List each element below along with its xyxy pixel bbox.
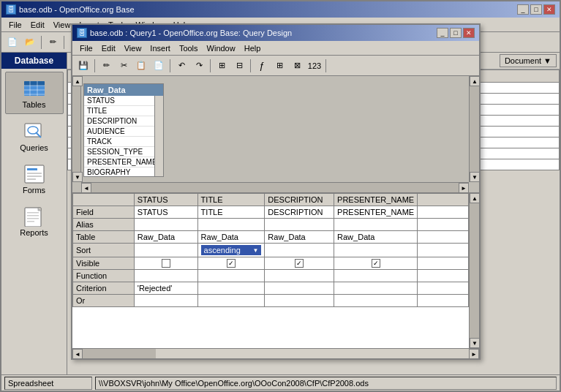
sort-dropdown[interactable]: ascending ▼ (201, 245, 262, 255)
field-title[interactable]: TITLE (84, 106, 163, 116)
sort-dropdown-arrow[interactable]: ▼ (252, 247, 258, 254)
child-menu-insert[interactable]: Insert (146, 42, 175, 54)
open-button[interactable]: 📂 (22, 34, 38, 50)
child-save-btn[interactable]: 💾 (75, 58, 91, 74)
scroll-left-btn[interactable]: ◄ (81, 183, 91, 193)
qcell-sort-desc[interactable] (265, 244, 334, 257)
qcell-or-title[interactable] (197, 295, 265, 307)
child-menu-tools[interactable]: Tools (175, 42, 203, 54)
checkbox-title[interactable] (227, 259, 236, 268)
qcell-or-status[interactable] (134, 295, 197, 307)
child-cut-btn[interactable]: ✂ (116, 58, 132, 74)
qcell-sort-title[interactable]: ascending ▼ (197, 244, 265, 257)
qcell-function-desc[interactable] (265, 270, 334, 282)
child-copy-btn[interactable]: 📋 (133, 58, 149, 74)
child-sort-btn[interactable]: 123 (306, 58, 323, 74)
query-scroll-down[interactable]: ▼ (470, 338, 479, 348)
checkbox-status[interactable] (162, 259, 170, 268)
query-scroll-right[interactable]: ► (469, 349, 479, 358)
qcell-or-desc[interactable] (265, 295, 334, 307)
sidebar-item-forms[interactable]: Forms (5, 158, 64, 199)
minimize-button[interactable]: _ (517, 4, 529, 15)
qcell-or-empty[interactable] (418, 295, 469, 307)
child-close-button[interactable]: ✕ (463, 28, 475, 38)
query-scroll-up[interactable]: ▲ (470, 193, 479, 203)
qcell-sort-presenter[interactable] (334, 244, 418, 257)
qcell-or-presenter[interactable] (334, 295, 418, 307)
scroll-right-btn[interactable]: ► (459, 183, 469, 193)
qcell-field-status[interactable]: STATUS (134, 206, 197, 219)
qcell-criterion-desc[interactable] (265, 282, 334, 295)
child-field-btn[interactable]: ⊟ (231, 58, 247, 74)
child-menu-view[interactable]: View (120, 42, 146, 54)
qcell-alias-presenter[interactable] (334, 219, 418, 231)
checkbox-presenter[interactable] (372, 259, 380, 268)
child-minimize-button[interactable]: _ (437, 28, 448, 38)
qcell-function-empty[interactable] (418, 270, 469, 282)
qcell-alias-status[interactable] (134, 219, 197, 231)
child-edit-btn[interactable]: ✏ (98, 58, 114, 74)
field-presenter-name[interactable]: PRESENTER_NAME (84, 157, 163, 167)
close-button[interactable]: ✕ (543, 4, 555, 15)
qcell-criterion-title[interactable] (197, 282, 265, 295)
document-button[interactable]: Document ▼ (500, 54, 557, 67)
qcell-table-desc[interactable]: Raw_Data (265, 231, 334, 244)
child-maximize-button[interactable]: □ (450, 28, 462, 38)
qcell-field-desc[interactable]: DESCRIPTION (265, 206, 334, 219)
qcell-criterion-status[interactable]: 'Rejected' (134, 282, 197, 295)
child-func-btn[interactable]: ƒ (254, 58, 270, 74)
qcell-sort-empty[interactable] (418, 244, 469, 257)
child-col1-btn[interactable]: ⊞ (271, 58, 287, 74)
qcell-function-status[interactable] (134, 270, 197, 282)
child-redo-btn[interactable]: ↷ (191, 58, 207, 74)
qcell-table-empty[interactable] (418, 231, 469, 244)
qcell-alias-desc[interactable] (265, 219, 334, 231)
maximize-button[interactable]: □ (530, 4, 542, 15)
scroll-up-right-btn[interactable]: ▲ (470, 76, 479, 86)
visible-checkbox-desc[interactable] (268, 259, 331, 268)
sidebar-item-queries[interactable]: Queries (5, 116, 64, 157)
qcell-alias-empty[interactable] (418, 219, 469, 231)
field-session-type[interactable]: SESSION_TYPE (84, 147, 163, 157)
child-menu-help[interactable]: Help (240, 42, 266, 54)
edit-button[interactable]: ✏ (45, 34, 61, 50)
field-biography[interactable]: BIOGRAPHY (84, 167, 163, 176)
menu-file[interactable]: File (4, 19, 26, 31)
visible-checkbox-presenter[interactable] (337, 259, 414, 268)
qcell-criterion-empty[interactable] (418, 282, 469, 295)
sidebar-item-reports[interactable]: Reports (5, 200, 64, 241)
checkbox-desc[interactable] (295, 259, 304, 268)
child-paste-btn[interactable]: 📄 (151, 58, 167, 74)
qcell-function-presenter[interactable] (334, 270, 418, 282)
qcell-table-presenter[interactable]: Raw_Data (334, 231, 418, 244)
child-undo-btn[interactable]: ↶ (173, 58, 189, 74)
scroll-down-btn[interactable]: ▼ (72, 172, 83, 182)
new-button[interactable]: 📄 (4, 34, 20, 50)
qcell-sort-status[interactable] (134, 244, 197, 257)
qcell-field-title[interactable]: TITLE (197, 206, 265, 219)
query-scroll-left[interactable]: ◄ (72, 349, 83, 358)
qcell-table-status[interactable]: Raw_Data (134, 231, 197, 244)
field-audience[interactable]: AUDIENCE (84, 127, 163, 137)
child-col2-btn[interactable]: ⊠ (289, 58, 305, 74)
field-description[interactable]: DESCRIPTION (84, 116, 163, 127)
qcell-criterion-presenter[interactable] (334, 282, 418, 295)
field-track[interactable]: TRACK (84, 137, 163, 147)
child-menu-file[interactable]: File (75, 42, 97, 54)
menu-edit[interactable]: Edit (26, 19, 49, 31)
child-menu-window[interactable]: Window (203, 42, 240, 54)
table-fields-scrollbar[interactable] (154, 96, 163, 176)
child-menu-edit[interactable]: Edit (97, 42, 120, 54)
qcell-function-title[interactable] (197, 270, 265, 282)
scroll-up-btn[interactable]: ▲ (72, 76, 83, 86)
sidebar-item-tables[interactable]: Tables (5, 72, 64, 114)
qcell-alias-title[interactable] (197, 219, 265, 231)
visible-checkbox-status[interactable] (138, 259, 195, 268)
visible-checkbox-title[interactable] (201, 259, 262, 268)
qcell-table-title[interactable]: Raw_Data (197, 231, 265, 244)
field-status[interactable]: STATUS (84, 96, 163, 106)
qcell-field-presenter[interactable]: PRESENTER_NAME (334, 206, 418, 219)
scroll-down-right-btn[interactable]: ▼ (470, 172, 479, 182)
child-table-btn[interactable]: ⊞ (214, 58, 230, 74)
qcell-visible-empty[interactable] (418, 257, 469, 270)
